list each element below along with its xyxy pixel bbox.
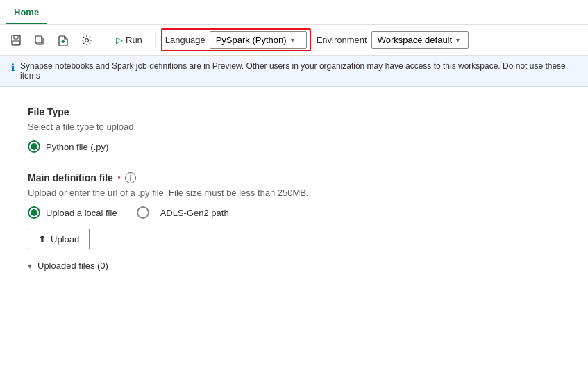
main-content: File Type Select a file type to upload. … — [0, 87, 588, 371]
python-file-radio-label: Python file (.py) — [46, 142, 108, 152]
run-label: Run — [126, 35, 142, 45]
adls-radio-indicator — [137, 206, 149, 219]
environment-label: Environment — [317, 35, 367, 45]
main-definition-title: Main definition file — [28, 172, 113, 183]
svg-rect-2 — [12, 41, 19, 44]
uploaded-files-label: Uploaded files (0) — [37, 261, 108, 271]
settings-icon — [81, 35, 92, 46]
environment-value: Workspace default — [378, 35, 452, 45]
upload-option-radio-group: Upload a local file ADLS-Gen2 path — [28, 206, 560, 219]
file-type-title: File Type — [28, 106, 560, 117]
svg-rect-4 — [35, 36, 42, 43]
upload-arrow-icon: ⬆ — [38, 233, 47, 245]
upload-button[interactable]: ⬆ Upload — [28, 229, 90, 249]
language-value: PySpark (Python) — [216, 35, 287, 45]
svg-point-7 — [85, 38, 89, 42]
main-definition-label-row: Main definition file * i — [28, 172, 560, 183]
run-play-icon: ▷ — [116, 35, 123, 45]
file-type-section: File Type Select a file type to upload. … — [28, 106, 560, 153]
main-definition-info-icon[interactable]: i — [125, 172, 136, 183]
tab-home[interactable]: Home — [6, 1, 47, 24]
settings-button[interactable] — [76, 30, 97, 51]
environment-dropdown[interactable]: Workspace default ▾ — [371, 31, 469, 49]
language-label: Language — [165, 35, 205, 45]
adls-radio-label: ADLS-Gen2 path — [160, 208, 229, 218]
python-file-radio-indicator — [28, 140, 40, 153]
run-button[interactable]: ▷ Run — [109, 32, 149, 48]
copy-icon — [34, 35, 45, 46]
environment-group: Environment Workspace default ▾ — [314, 30, 471, 50]
tab-bar: Home — [0, 0, 588, 25]
main-definition-description: Upload or enter the url of a .py file. F… — [28, 188, 560, 198]
save-icon — [10, 35, 22, 46]
save-button[interactable] — [6, 30, 26, 51]
environment-chevron-icon: ▾ — [456, 36, 460, 44]
main-definition-section: Main definition file * i Upload or enter… — [28, 172, 560, 271]
svg-rect-0 — [12, 35, 20, 45]
new-file-icon — [58, 35, 69, 46]
info-banner-icon: ℹ — [11, 62, 15, 73]
language-dropdown[interactable]: PySpark (Python) ▾ — [210, 31, 307, 49]
uploaded-files-row[interactable]: ▾ Uploaded files (0) — [28, 261, 560, 271]
file-type-description: Select a file type to upload. — [28, 122, 560, 132]
svg-rect-1 — [14, 35, 18, 39]
python-file-radio-group: Python file (.py) — [28, 140, 560, 153]
info-banner-text: Synapse notebooks and Spark job definiti… — [20, 61, 577, 81]
toolbar-separator — [103, 33, 103, 47]
uploaded-files-chevron-icon: ▾ — [28, 261, 32, 271]
toolbar: ▷ Run Language PySpark (Python) ▾ Enviro… — [0, 25, 588, 56]
upload-button-label: Upload — [51, 234, 79, 245]
adls-radio[interactable]: ADLS-Gen2 path — [137, 206, 229, 219]
toolbar-separator-2 — [155, 33, 156, 47]
upload-local-radio-indicator — [28, 206, 40, 219]
upload-local-radio-label: Upload a local file — [46, 208, 117, 218]
info-banner: ℹ Synapse notebooks and Spark job defini… — [0, 56, 588, 87]
copy-button[interactable] — [29, 30, 50, 51]
python-file-radio[interactable]: Python file (.py) — [28, 140, 108, 153]
upload-local-radio[interactable]: Upload a local file — [28, 206, 117, 219]
language-env-highlight-group: Language PySpark (Python) ▾ — [161, 28, 311, 51]
new-file-button[interactable] — [53, 30, 74, 51]
required-indicator: * — [117, 173, 121, 183]
language-chevron-icon: ▾ — [291, 36, 294, 44]
